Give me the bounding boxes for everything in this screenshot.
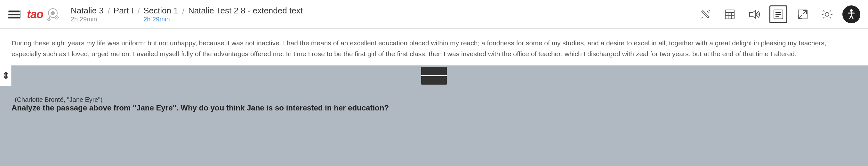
breadcrumb-name-section1: Section 1 [144,6,178,16]
svg-point-1 [51,11,55,15]
breadcrumb-item-part1[interactable]: Part I [114,6,133,16]
review-tool-button[interactable] [769,5,787,23]
center-menu-button[interactable] [421,67,447,85]
breadcrumb-sep-3: / [182,6,184,17]
logo-icon [44,6,61,23]
breadcrumb-item-section1[interactable]: Section 1 2h 29min [144,6,178,23]
logo: tao [27,6,61,23]
svg-line-27 [851,15,853,18]
breadcrumb-name-natalie3: Natalie 3 [71,6,104,16]
drag-handle-icon: ⇕ [2,71,9,81]
breadcrumb-sep-2: / [137,6,140,17]
svg-line-21 [799,15,802,18]
svg-point-22 [825,12,829,16]
breadcrumb-item-test-title: Natalie Test 2 8 - extended text [188,6,303,16]
passage-box: During these eight years my life was uni… [0,29,868,66]
svg-line-20 [803,10,807,14]
passage-citation: (Charlotte Brontë, "Jane Eyre") [11,96,857,103]
toolbar [696,5,860,23]
content-area: During these eight years my life was uni… [0,29,868,166]
grid-tool-button[interactable] [721,5,739,23]
question-area: (Charlotte Brontë, "Jane Eyre") Analyze … [0,86,868,119]
svg-rect-9 [725,10,734,19]
passage-text: During these eight years my life was uni… [11,38,857,59]
breadcrumb-item-natalie3[interactable]: Natalie 3 2h 29min [71,6,104,23]
svg-marker-14 [750,10,755,18]
breadcrumb-name-part1: Part I [114,6,133,16]
breadcrumb: Natalie 3 2h 29min / Part I / Section 1 … [71,6,696,23]
settings-button[interactable] [818,5,836,23]
breadcrumb-time-section1: 2h 29min [144,16,169,23]
question-text: Analyze the passage above from "Jane Eyr… [11,103,857,112]
logo-text: tao [27,8,43,21]
divider-row: ⇕ [0,66,868,86]
hamburger-menu-button[interactable] [8,10,21,19]
expand-tool-button[interactable] [794,5,812,23]
accessibility-button[interactable] [842,5,860,23]
test-title: Natalie Test 2 8 - extended text [188,6,303,16]
header: tao Natalie 3 2h 29min / Part I / Sectio… [0,0,868,29]
pen-tool-button[interactable] [696,5,714,23]
svg-point-6 [49,19,50,20]
drag-handle[interactable]: ⇕ [0,66,11,86]
svg-point-3 [56,17,57,18]
audio-tool-button[interactable] [745,5,763,23]
breadcrumb-sep-1: / [107,6,110,17]
breadcrumb-time-natalie3: 2h 29min [71,16,97,23]
